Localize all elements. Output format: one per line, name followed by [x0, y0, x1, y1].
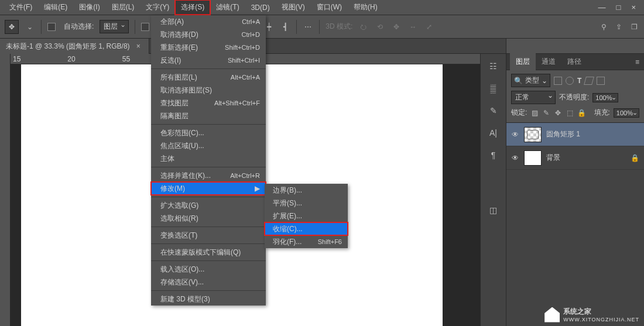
auto-select-checkbox[interactable]	[47, 23, 56, 31]
select-menu-dropdown: 全部(A)Ctrl+A 取消选择(D)Ctrl+D 重新选择(E)Shift+C…	[151, 15, 266, 306]
menu-edit[interactable]: 编辑(E)	[38, 0, 73, 15]
menu-filter[interactable]: 滤镜(T)	[210, 0, 245, 15]
cube-3d-icon[interactable]: ◫	[487, 204, 500, 217]
menu-subject[interactable]: 主体	[151, 152, 266, 165]
ruler-vertical[interactable]	[0, 54, 11, 326]
menu-inverse[interactable]: 反选(I)Shift+Ctrl+I	[151, 54, 266, 67]
layer-name[interactable]: 背景	[546, 153, 560, 163]
opacity-value[interactable]: 100%	[592, 93, 618, 102]
menu-select-all[interactable]: 全部(A)Ctrl+A	[151, 15, 266, 28]
menu-3d[interactable]: 3D(D)	[245, 1, 276, 14]
menu-load-selection[interactable]: 载入选区(O)...	[151, 263, 266, 276]
menu-save-selection[interactable]: 存储选区(V)...	[151, 276, 266, 289]
visibility-icon[interactable]: 👁	[511, 154, 519, 162]
more-align-icon[interactable]: ⋯	[303, 22, 313, 32]
share-icon[interactable]: ⇪	[614, 22, 624, 32]
slide-3d-icon[interactable]: ↔	[407, 22, 418, 32]
pan-3d-icon[interactable]: ✥	[391, 22, 402, 32]
mode-3d-label: 3D 模式:	[326, 22, 352, 32]
menu-similar[interactable]: 选取相似(R)	[151, 212, 266, 225]
menu-file[interactable]: 文件(F)	[4, 0, 38, 15]
layer-name[interactable]: 圆角矩形 1	[546, 129, 580, 139]
workspace-icon[interactable]: ❐	[629, 22, 639, 32]
fill-value[interactable]: 100%	[614, 108, 639, 118]
lock-position-icon[interactable]: ✥	[554, 109, 562, 117]
tab-channels[interactable]: 通道	[536, 53, 561, 70]
menu-focus-area[interactable]: 焦点区域(U)...	[151, 139, 266, 152]
scale-3d-icon[interactable]: ⤢	[424, 22, 434, 32]
document-title: 未标题-1 @ 33.3% (圆角矩形 1, RGB/8)	[6, 42, 130, 50]
layer-thumbnail[interactable]	[524, 150, 542, 166]
layers-panel-tabs: 图层 通道 路径 ≡	[506, 54, 644, 70]
menu-grow[interactable]: 扩大选取(G)	[151, 199, 266, 212]
menu-type[interactable]: 文字(Y)	[140, 0, 175, 15]
lock-all-icon[interactable]: 🔒	[577, 109, 585, 117]
filter-shape-icon[interactable]	[584, 77, 594, 85]
menu-deselect[interactable]: 取消选择(D)Ctrl+D	[151, 28, 266, 41]
paragraph-icon[interactable]: ¶	[487, 149, 500, 162]
menu-contract[interactable]: 收缩(C)...	[265, 222, 348, 235]
menu-view[interactable]: 视图(V)	[276, 0, 311, 15]
lock-artboard-icon[interactable]: ⬚	[566, 109, 574, 117]
layer-filter-dropdown[interactable]: 🔍类型⌄	[511, 74, 550, 87]
filter-image-icon[interactable]	[554, 77, 562, 85]
lock-transparency-icon[interactable]: ▨	[530, 109, 539, 117]
menu-color-range[interactable]: 色彩范围(C)...	[151, 126, 266, 139]
dropdown-arrow-icon[interactable]: ⌄	[25, 22, 35, 32]
menu-window[interactable]: 窗口(W)	[311, 0, 348, 15]
menu-smooth[interactable]: 平滑(S)...	[265, 197, 348, 210]
menu-expand[interactable]: 扩展(E)...	[265, 210, 348, 222]
lock-pixels-icon[interactable]: ✎	[542, 109, 550, 117]
tab-layers[interactable]: 图层	[510, 53, 536, 70]
menu-image[interactable]: 图像(I)	[73, 0, 105, 15]
align-right-icon[interactable]: ┫	[280, 22, 290, 32]
auto-select-label: 自动选择:	[64, 22, 94, 32]
lock-label: 锁定:	[511, 108, 527, 118]
show-transform-checkbox[interactable]	[141, 23, 149, 31]
menu-reselect: 重新选择(E)Shift+Ctrl+D	[151, 41, 266, 54]
menu-border[interactable]: 边界(B)...	[265, 184, 348, 197]
menu-modify[interactable]: 修改(M)▶	[151, 182, 266, 195]
roll-3d-icon[interactable]: ⟲	[375, 22, 385, 32]
menu-help[interactable]: 帮助(H)	[348, 0, 383, 15]
menu-all-layers[interactable]: 所有图层(L)Alt+Ctrl+A	[151, 71, 266, 84]
menu-find-layers[interactable]: 查找图层Alt+Shift+Ctrl+F	[151, 97, 266, 109]
visibility-icon[interactable]: 👁	[511, 131, 519, 139]
search-icon[interactable]: ⚲	[598, 22, 609, 32]
menubar: 文件(F) 编辑(E) 图像(I) 图层(L) 文字(Y) 选择(S) 滤镜(T…	[0, 0, 644, 15]
character-icon[interactable]: A|	[487, 126, 500, 139]
menu-feather[interactable]: 羽化(F)...Shift+F6	[265, 235, 348, 248]
menu-layer[interactable]: 图层(L)	[106, 0, 141, 15]
watermark-logo-icon	[544, 307, 560, 322]
move-tool-icon[interactable]: ✥	[5, 20, 19, 34]
maximize-button[interactable]: □	[616, 3, 621, 12]
close-tab-icon[interactable]: ×	[136, 42, 141, 50]
minimize-button[interactable]: —	[598, 3, 606, 12]
history-icon[interactable]: ☷	[487, 60, 500, 73]
layer-thumbnail[interactable]	[524, 127, 542, 142]
close-button[interactable]: ×	[631, 3, 636, 12]
menu-transform-selection[interactable]: 变换选区(T)	[151, 229, 266, 242]
auto-select-target-dropdown[interactable]: 图层	[100, 20, 129, 33]
menu-isolate-layers[interactable]: 隔离图层	[151, 109, 266, 122]
panel-menu-icon[interactable]: ≡	[631, 58, 644, 66]
menu-deselect-layers[interactable]: 取消选择图层(S)	[151, 84, 266, 97]
swatches-icon[interactable]: ▒	[487, 82, 500, 95]
menu-select[interactable]: 选择(S)	[175, 0, 210, 15]
menu-select-and-mask[interactable]: 选择并遮住(K)...Alt+Ctrl+R	[151, 169, 266, 182]
layer-item[interactable]: 👁 圆角矩形 1	[506, 123, 644, 146]
filter-adjust-icon[interactable]	[566, 77, 574, 85]
brushes-icon[interactable]: ✎	[487, 104, 500, 117]
document-tab[interactable]: 未标题-1 @ 33.3% (圆角矩形 1, RGB/8) ×	[0, 39, 149, 54]
menu-new-3d-extrusion[interactable]: 新建 3D 模型(3)	[151, 293, 266, 306]
menu-quick-mask[interactable]: 在快速蒙版模式下编辑(Q)	[151, 246, 266, 259]
blend-mode-dropdown[interactable]: 正常	[511, 91, 556, 104]
tab-paths[interactable]: 路径	[561, 53, 587, 70]
ruler-mark: 55	[122, 55, 130, 63]
layer-item[interactable]: 👁 背景 🔒	[506, 146, 644, 170]
orbit-3d-icon[interactable]: ⭮	[358, 22, 369, 32]
ruler-mark: 20	[67, 55, 75, 63]
filter-type-icon[interactable]: T	[577, 77, 581, 85]
modify-submenu: 边界(B)... 平滑(S)... 扩展(E)... 收缩(C)... 羽化(F…	[265, 184, 348, 248]
filter-smart-icon[interactable]	[597, 77, 605, 85]
